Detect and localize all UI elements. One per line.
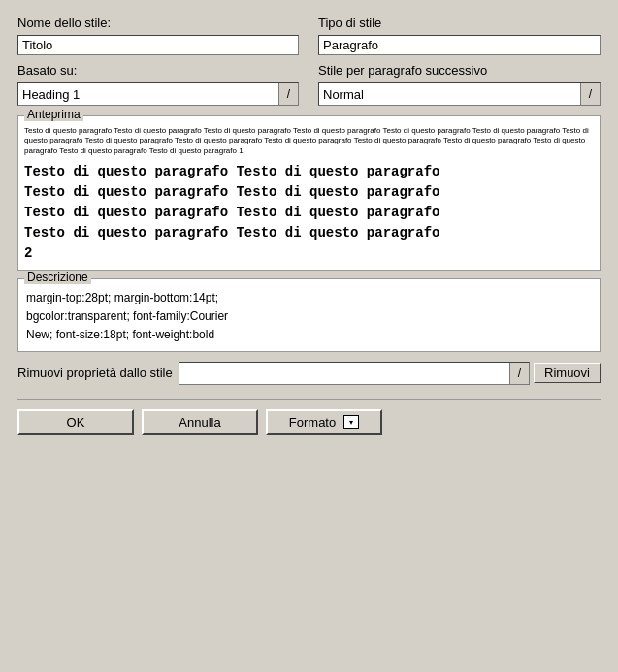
remove-button[interactable]: Rimuovi xyxy=(534,363,601,383)
desc-box: Descrizione margin-top:28pt; margin-bott… xyxy=(17,278,601,352)
preview-line-1: Testo di questo paragrafo Testo di quest… xyxy=(24,162,594,182)
preview-small-text: Testo di questo paragrafo Testo di quest… xyxy=(24,126,594,156)
remove-slash-icon: / xyxy=(509,363,529,384)
ok-button[interactable]: OK xyxy=(17,409,134,435)
desc-line-2: bgcolor:transparent; font-family:Courier xyxy=(26,307,592,326)
basato-dropdown-button[interactable] xyxy=(278,83,298,105)
desc-line-3: New; font-size:18pt; font-weight:bold xyxy=(26,326,592,344)
desc-text: margin-top:28pt; margin-bottom:14pt; bgc… xyxy=(26,289,592,345)
preview-line-3: Testo di questo paragrafo Testo di quest… xyxy=(24,203,594,223)
preview-label: Anteprima xyxy=(24,108,83,121)
nome-input[interactable] xyxy=(17,35,299,55)
divider xyxy=(17,399,601,400)
button-row: OK Annulla Formato ▾ xyxy=(17,409,601,435)
basato-select-wrapper xyxy=(17,82,299,106)
basato-input[interactable] xyxy=(18,85,278,104)
desc-line-1: margin-top:28pt; margin-bottom:14pt; xyxy=(26,289,592,307)
nome-label: Nome dello stile: xyxy=(17,16,299,30)
desc-label: Descrizione xyxy=(24,271,91,284)
dialog: Nome dello stile: Tipo di stile Basato s… xyxy=(0,0,618,672)
basato-label: Basato su: xyxy=(17,63,299,78)
preview-line-4: Testo di questo paragrafo Testo di quest… xyxy=(24,223,594,243)
tipo-label: Tipo di stile xyxy=(318,16,601,30)
formato-button[interactable]: Formato ▾ xyxy=(266,409,382,435)
formato-label: Formato xyxy=(289,415,336,430)
preview-line-2: Testo di questo paragrafo Testo di quest… xyxy=(24,182,594,203)
remove-label: Rimuovi proprietà dallo stile xyxy=(17,366,173,380)
preview-num: 2 xyxy=(24,243,594,264)
annulla-button[interactable]: Annulla xyxy=(142,409,258,435)
stile-succ-select-wrapper xyxy=(318,82,601,106)
stile-succ-input[interactable] xyxy=(319,85,580,104)
formato-icon: ▾ xyxy=(343,415,359,429)
preview-box: Anteprima Testo di questo paragrafo Test… xyxy=(17,115,601,271)
preview-large-text: Testo di questo paragrafo Testo di quest… xyxy=(24,162,594,264)
tipo-input[interactable] xyxy=(318,35,601,55)
remove-input[interactable] xyxy=(179,364,509,382)
remove-input-wrapper: / xyxy=(179,362,530,385)
stile-succ-dropdown-button[interactable] xyxy=(580,83,600,105)
remove-row: Rimuovi proprietà dallo stile / Rimuovi xyxy=(17,362,601,385)
stile-succ-label: Stile per paragrafo successivo xyxy=(318,63,601,78)
